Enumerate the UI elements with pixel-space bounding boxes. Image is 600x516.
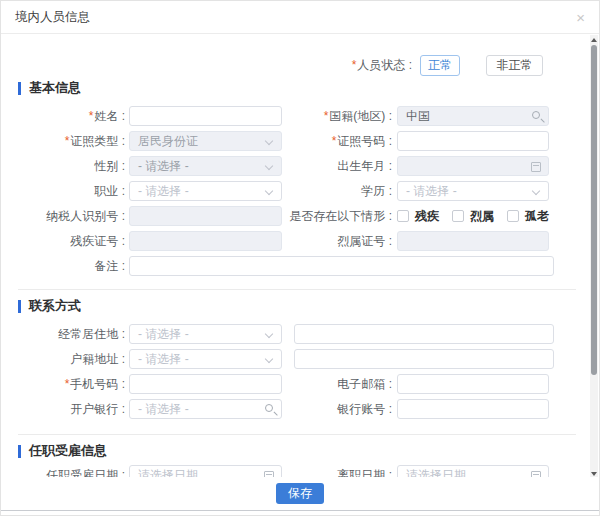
status-abnormal-button[interactable]: 非正常 xyxy=(486,55,543,76)
section-contact-title: 联系方式 xyxy=(29,297,81,315)
id-type-select[interactable]: 居民身份证 xyxy=(129,131,282,151)
form-row: *证照类型 : 居民身份证 *证照号码 : xyxy=(1,131,593,156)
dialog-bottom-border xyxy=(1,510,599,511)
checkbox-disability[interactable]: 残疾 xyxy=(397,208,439,225)
household-detail-field[interactable] xyxy=(303,352,545,366)
education-label: 学历 : xyxy=(282,181,397,201)
education-select[interactable]: - 请选择 - xyxy=(397,181,549,201)
occupation-label: 职业 : xyxy=(1,181,129,201)
scrollbar-thumb[interactable] xyxy=(591,45,597,375)
email-input-field[interactable] xyxy=(406,377,540,391)
form-row: 职业 : - 请选择 - 学历 : - 请选择 - xyxy=(1,181,593,206)
household-detail-input[interactable] xyxy=(294,349,554,369)
mobile-input-field[interactable] xyxy=(138,377,273,391)
id-number-label: *证照号码 : xyxy=(282,131,397,151)
dialog-titlebar: 境内人员信息 × xyxy=(1,1,599,34)
form-row: 纳税人识别号 : 是否存在以下情形 : 残疾 烈属 孤老 xyxy=(1,206,593,231)
residence-select[interactable]: - 请选择 - xyxy=(129,324,282,344)
disability-cert-label: 残疾证号 : xyxy=(1,231,129,251)
form-row: 开户银行 : - 请选择 - 银行账号 : xyxy=(1,399,593,424)
dialog-body: *人员状态 : 正常 非正常 基本信息 *姓名 : *国籍(地区) : 中国 *… xyxy=(1,35,593,479)
name-label: *姓名 : xyxy=(1,106,129,126)
id-number-input[interactable] xyxy=(397,131,549,151)
checkbox-elderly[interactable]: 孤老 xyxy=(507,208,549,225)
residence-label: 经常居住地 : xyxy=(1,324,129,344)
residence-detail-field[interactable] xyxy=(303,327,545,341)
disability-cert-input xyxy=(129,231,282,251)
special-situations-group: 残疾 烈属 孤老 xyxy=(397,206,562,226)
status-normal-button[interactable]: 正常 xyxy=(420,55,460,76)
bank-label: 开户银行 : xyxy=(1,399,129,419)
section-contact: 联系方式 xyxy=(1,298,593,314)
scroll-up-icon[interactable] xyxy=(591,38,597,42)
person-status-row: *人员状态 : 正常 非正常 xyxy=(1,55,593,76)
form-row: 备注 : xyxy=(1,256,593,281)
section-divider xyxy=(18,434,576,435)
person-status-label: *人员状态 : xyxy=(352,57,412,74)
chevron-down-icon xyxy=(265,162,273,170)
form-row: 户籍地址 : - 请选择 - xyxy=(1,349,593,374)
special-situations-label: 是否存在以下情形 : xyxy=(282,206,397,226)
id-number-input-field[interactable] xyxy=(406,134,540,148)
remarks-input[interactable] xyxy=(129,256,554,276)
checkbox-icon[interactable] xyxy=(452,210,464,222)
bank-account-input[interactable] xyxy=(397,399,549,419)
chevron-down-icon xyxy=(265,187,273,195)
calendar-icon xyxy=(531,162,541,172)
checkbox-martyr[interactable]: 烈属 xyxy=(452,208,494,225)
save-button[interactable]: 保存 xyxy=(276,483,324,504)
section-employment-title: 任职受雇信息 xyxy=(29,442,107,460)
vertical-scrollbar[interactable] xyxy=(590,35,598,479)
section-basic-title: 基本信息 xyxy=(29,79,81,97)
chevron-down-icon xyxy=(532,187,540,195)
nationality-field[interactable]: 中国 xyxy=(397,106,549,126)
birth-label: 出生年月 : xyxy=(282,156,397,176)
form-row: *姓名 : *国籍(地区) : 中国 xyxy=(1,106,593,131)
section-bar xyxy=(18,445,21,458)
scroll-down-icon[interactable] xyxy=(591,472,597,476)
remarks-label: 备注 : xyxy=(1,256,129,276)
section-employment: 任职受雇信息 xyxy=(1,443,593,459)
chevron-down-icon xyxy=(265,330,273,338)
section-bar xyxy=(18,82,21,95)
taxpayer-id-input xyxy=(129,206,282,226)
name-input[interactable] xyxy=(129,106,282,126)
name-input-field[interactable] xyxy=(138,109,273,123)
mobile-label: *手机号码 : xyxy=(1,374,129,394)
gender-label: 性别 : xyxy=(1,156,129,176)
birth-date-field[interactable] xyxy=(397,156,549,176)
form-row: 残疾证号 : 烈属证号 : xyxy=(1,231,593,256)
martyr-cert-label: 烈属证号 : xyxy=(282,231,397,251)
close-icon[interactable]: × xyxy=(576,10,585,25)
remarks-input-field[interactable] xyxy=(138,259,545,273)
checkbox-icon[interactable] xyxy=(507,210,519,222)
bank-account-field[interactable] xyxy=(406,402,540,416)
mobile-input[interactable] xyxy=(129,374,282,394)
section-divider xyxy=(18,289,576,290)
email-label: 电子邮箱 : xyxy=(282,374,397,394)
occupation-select[interactable]: - 请选择 - xyxy=(129,181,282,201)
email-input[interactable] xyxy=(397,374,549,394)
form-row: 经常居住地 : - 请选择 - xyxy=(1,324,593,349)
chevron-down-icon xyxy=(265,355,273,363)
id-type-label: *证照类型 : xyxy=(1,131,129,151)
section-basic-info: 基本信息 xyxy=(1,80,593,96)
checkbox-icon[interactable] xyxy=(397,210,409,222)
household-label: 户籍地址 : xyxy=(1,349,129,369)
required-marker: * xyxy=(352,58,357,72)
dialog-title: 境内人员信息 xyxy=(15,9,90,26)
nationality-label: *国籍(地区) : xyxy=(282,106,397,126)
chevron-down-icon xyxy=(265,137,273,145)
section-bar xyxy=(18,300,21,313)
domestic-personnel-dialog: 境内人员信息 × *人员状态 : 正常 非正常 基本信息 *姓名 : *国籍(地… xyxy=(0,0,600,516)
search-icon[interactable] xyxy=(532,111,540,119)
form-row: 性别 : - 请选择 - 出生年月 : xyxy=(1,156,593,181)
form-row: *手机号码 : 电子邮箱 : xyxy=(1,374,593,399)
bank-select[interactable]: - 请选择 - xyxy=(129,399,282,419)
bank-account-label: 银行账号 : xyxy=(282,399,397,419)
search-icon[interactable] xyxy=(265,404,273,412)
gender-select[interactable]: - 请选择 - xyxy=(129,156,282,176)
taxpayer-id-label: 纳税人识别号 : xyxy=(1,206,129,226)
household-select[interactable]: - 请选择 - xyxy=(129,349,282,369)
residence-detail-input[interactable] xyxy=(294,324,554,344)
